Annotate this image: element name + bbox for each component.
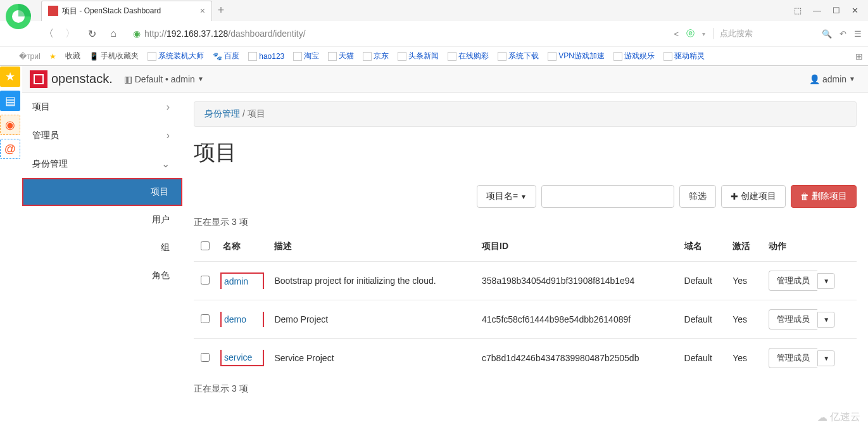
bookmark-bar: �триI ★ 收藏 📱手机收藏夹 系统装机大师 🐾百度 hao123 淘宝 天…: [0, 46, 868, 65]
brand-text: openstack.: [51, 72, 113, 86]
tab-title: 项目 - OpenStack Dashboard: [62, 6, 196, 16]
reload-button[interactable]: ↻: [84, 26, 99, 41]
sidebar-group-admin[interactable]: 管理员 ›: [22, 121, 182, 150]
browser-logo: [3, 1, 34, 32]
page-title: 项目: [194, 138, 857, 167]
table-header-row: 名称 描述 项目ID 域名 激活 动作: [194, 232, 857, 262]
chevron-down-icon: ⌄: [161, 158, 170, 170]
filter-field-dropdown[interactable]: 项目名= ▼: [477, 185, 536, 208]
bookmark-item[interactable]: 头条新闻: [398, 51, 439, 61]
bm-scroll-left[interactable]: �триI: [19, 52, 41, 61]
chevron-down-icon[interactable]: ▾: [702, 30, 705, 37]
close-icon[interactable]: ×: [200, 6, 205, 16]
share-icon[interactable]: <: [674, 29, 679, 39]
wardrobe-icon[interactable]: ⬚: [794, 6, 802, 15]
sidebar-item-groups[interactable]: 组: [22, 234, 182, 262]
bookmark-mobile[interactable]: 📱手机收藏夹: [89, 51, 139, 61]
row-checkbox[interactable]: [201, 314, 210, 323]
apps-grid-icon[interactable]: ⊞: [855, 51, 863, 61]
minimize-icon[interactable]: —: [813, 6, 821, 15]
bookmark-item[interactable]: 系统下载: [498, 51, 539, 61]
manage-members-button[interactable]: 管理成员: [769, 271, 817, 291]
search-icon[interactable]: 🔍: [822, 29, 832, 39]
row-checkbox[interactable]: [201, 276, 210, 285]
favorites-label[interactable]: 收藏: [65, 51, 80, 61]
project-name-link[interactable]: demo: [224, 314, 246, 324]
cell-desc: Service Project: [268, 339, 475, 378]
project-name-link[interactable]: admin: [224, 276, 248, 286]
page-icon: [248, 52, 257, 61]
undo-icon[interactable]: ↶: [840, 29, 846, 39]
col-id[interactable]: 项目ID: [475, 232, 677, 262]
cell-active: Yes: [726, 262, 762, 300]
filter-button[interactable]: 筛选: [679, 185, 716, 208]
main-content: 身份管理 / 项目 项目 项目名= ▼ 筛选 ✚ 创建项目 🗑 删除项目: [182, 93, 868, 429]
page-icon: [398, 52, 406, 61]
col-domain[interactable]: 域名: [678, 232, 727, 262]
bookmark-item[interactable]: 驱动精灵: [664, 51, 705, 61]
projects-table: 名称 描述 项目ID 域名 激活 动作 adminBootstrap proje…: [194, 232, 857, 377]
row-checkbox[interactable]: [201, 353, 210, 362]
back-button[interactable]: 〈: [41, 26, 56, 41]
bookmark-item[interactable]: VPN游戏加速: [548, 51, 605, 61]
phone-icon: 📱: [89, 52, 99, 61]
tab-bar: 项目 - OpenStack Dashboard × + ⬚ — ☐ ✕: [0, 0, 868, 21]
col-active[interactable]: 激活: [726, 232, 762, 262]
user-icon: 👤: [809, 74, 820, 84]
bookmark-item[interactable]: 在线购彩: [448, 51, 489, 61]
user-menu[interactable]: 👤 admin ▼: [809, 74, 855, 84]
sidebar-group-project[interactable]: 项目 ›: [22, 93, 182, 121]
bookmark-item[interactable]: 🐾百度: [213, 51, 239, 61]
sidebar-item-users[interactable]: 用户: [22, 206, 182, 234]
search-placeholder: 点此搜索: [720, 28, 753, 39]
project-name-link[interactable]: service: [224, 352, 252, 362]
star-icon: ★: [49, 52, 56, 61]
sticky-news-icon[interactable]: ▤: [0, 91, 20, 111]
maximize-icon[interactable]: ☐: [833, 6, 840, 15]
chevron-down-icon: ▼: [520, 193, 527, 200]
browser-tab[interactable]: 项目 - OpenStack Dashboard ×: [41, 1, 212, 21]
bookmark-item[interactable]: hao123: [248, 52, 284, 61]
manage-members-button[interactable]: 管理成员: [769, 348, 817, 368]
openstack-logo[interactable]: openstack.: [30, 70, 113, 88]
address-bar[interactable]: ◉ http://192.168.37.128/dashboard/identi…: [127, 24, 667, 43]
sticky-at-icon[interactable]: @: [0, 139, 20, 159]
sticky-star-icon[interactable]: ★: [0, 67, 20, 87]
eco-icon[interactable]: ⓔ: [686, 28, 695, 39]
page-icon: [363, 52, 372, 61]
sticky-weibo-icon[interactable]: ◉: [0, 115, 20, 135]
bookmark-item[interactable]: 游戏娱乐: [613, 51, 655, 61]
search-input[interactable]: 点此搜索: [713, 28, 814, 39]
forward-button[interactable]: 〉: [63, 26, 78, 41]
sidebar-group-identity[interactable]: 身份管理 ⌄: [22, 150, 182, 178]
home-button[interactable]: ⌂: [106, 26, 121, 41]
bookmark-item[interactable]: 京东: [363, 51, 389, 61]
page-icon: [293, 52, 302, 61]
bookmark-item[interactable]: 天猫: [328, 51, 354, 61]
filter-input[interactable]: [541, 185, 674, 208]
sidebar-item-label: 组: [161, 242, 170, 253]
username: admin: [822, 74, 846, 84]
close-window-icon[interactable]: ✕: [852, 6, 859, 15]
col-desc[interactable]: 描述: [268, 232, 475, 262]
table-row: serviceService Projectc7b8d1d4246b434783…: [194, 339, 857, 378]
filter-field-label: 项目名=: [486, 191, 518, 202]
sidebar-item-projects[interactable]: 项目: [22, 178, 182, 206]
new-tab-button[interactable]: +: [212, 2, 230, 20]
create-project-button[interactable]: ✚ 创建项目: [721, 185, 786, 208]
breadcrumb-parent[interactable]: 身份管理: [204, 108, 240, 118]
bookmark-item[interactable]: 系统装机大师: [148, 51, 204, 61]
bookmark-item[interactable]: 淘宝: [293, 51, 319, 61]
col-name[interactable]: 名称: [217, 232, 268, 262]
select-all-checkbox[interactable]: [201, 241, 210, 250]
delete-project-button[interactable]: 🗑 删除项目: [791, 185, 857, 208]
action-dropdown[interactable]: ▼: [817, 273, 835, 289]
create-label: 创建项目: [741, 191, 776, 202]
domain-project-selector[interactable]: ▥ Default • admin ▼: [124, 74, 204, 84]
cell-id: c7b8d1d4246b4347839980487b2505db: [475, 339, 677, 378]
sidebar-item-roles[interactable]: 角色: [22, 262, 182, 290]
action-dropdown[interactable]: ▼: [817, 312, 835, 328]
menu-icon[interactable]: ☰: [854, 29, 862, 39]
action-dropdown[interactable]: ▼: [817, 350, 835, 366]
manage-members-button[interactable]: 管理成员: [769, 309, 817, 330]
